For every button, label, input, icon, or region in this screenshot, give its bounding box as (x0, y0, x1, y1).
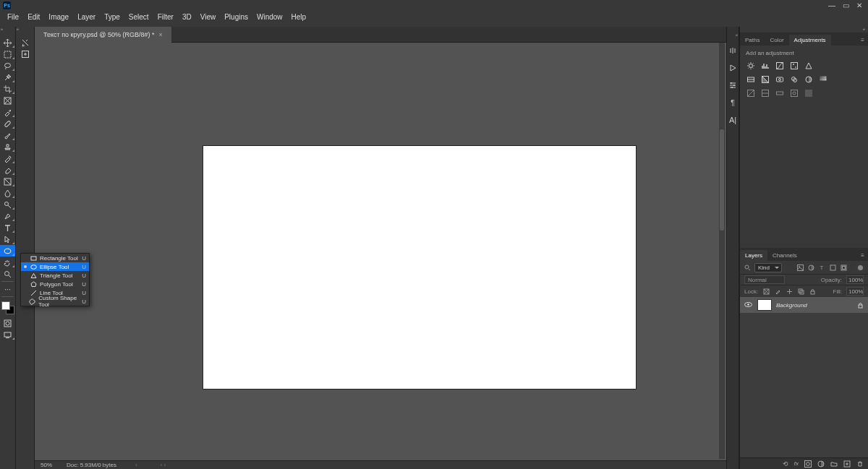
tab-adjustments[interactable]: Adjustments (789, 35, 831, 46)
flyout-ellipse[interactable]: Ellipse Tool U (21, 262, 89, 271)
lock-nest-icon[interactable] (797, 288, 804, 295)
doc-info[interactable]: Doc: 5.93M/0 bytes (67, 462, 116, 468)
collapse-icon-2[interactable]: » (16, 27, 20, 33)
solid-icon[interactable] (804, 88, 813, 98)
menu-3d[interactable]: 3D (178, 13, 196, 21)
brushes-panel-icon[interactable] (728, 46, 738, 56)
eyedropper-tool-icon[interactable] (0, 106, 15, 118)
flyout-custom[interactable]: Custom Shape Tool U (21, 297, 89, 306)
layer-thumbnail[interactable] (757, 299, 772, 311)
lock-all-icon[interactable] (809, 288, 816, 295)
panel-menu-icon[interactable]: ≡ (857, 35, 868, 46)
selective-icon[interactable] (789, 88, 799, 98)
fill-value[interactable]: 100% (846, 287, 864, 296)
filter-kind-select[interactable]: Kind (754, 263, 782, 272)
close-icon[interactable]: ✕ (856, 1, 862, 9)
document-tab[interactable]: Текст по кругу.psd @ 50% (RGB/8#) * × (35, 27, 171, 43)
collapse-icon[interactable]: » (0, 27, 4, 33)
quick-mask-icon[interactable] (0, 317, 15, 329)
heal-tool-icon[interactable] (0, 118, 15, 129)
crop-tool-icon[interactable] (0, 83, 15, 95)
threshold-icon[interactable] (760, 88, 770, 98)
frame-tool-icon[interactable] (0, 95, 15, 106)
dodge-tool-icon[interactable] (0, 199, 15, 210)
path-select-tool-icon[interactable] (0, 233, 15, 245)
maximize-icon[interactable]: ▭ (843, 1, 849, 9)
status-caret-icon[interactable]: › (135, 462, 137, 468)
document-canvas[interactable] (203, 145, 637, 390)
vibrance-icon[interactable] (804, 61, 813, 70)
group-icon[interactable] (830, 460, 838, 468)
filter-shape-icon[interactable] (829, 264, 836, 271)
history-brush-tool-icon[interactable] (0, 152, 15, 164)
filter-type-icon[interactable]: T (818, 264, 825, 271)
paragraph-panel-icon[interactable]: ¶ (728, 98, 738, 108)
lasso-tool-icon[interactable] (0, 60, 15, 72)
exposure-icon[interactable] (789, 61, 799, 70)
menu-plugins[interactable]: Plugins (220, 13, 252, 21)
menu-view[interactable]: View (196, 13, 221, 21)
invert-icon[interactable] (746, 88, 755, 98)
shape-tool-icon[interactable] (0, 245, 15, 257)
tab-channels[interactable]: Channels (767, 250, 802, 261)
pen-tool-icon[interactable] (0, 210, 15, 222)
color-lookup-icon[interactable] (804, 74, 813, 84)
mask-icon[interactable] (804, 460, 812, 468)
layer-name[interactable]: Background (776, 302, 807, 309)
opacity-value[interactable]: 100% (846, 275, 864, 284)
type-tool-icon[interactable] (0, 222, 15, 233)
photo-filter-icon[interactable] (775, 74, 784, 84)
eraser-tool-icon[interactable] (0, 164, 15, 176)
fg-bg-color-swatch[interactable] (1, 301, 14, 314)
lock-pixels-icon[interactable] (762, 288, 770, 295)
tab-color[interactable]: Color (765, 35, 788, 46)
lock-paint-icon[interactable] (774, 288, 781, 295)
more-tools-icon[interactable]: ··· (0, 283, 15, 295)
visibility-icon[interactable] (744, 301, 753, 309)
marquee-tool-icon[interactable] (0, 48, 15, 60)
gradient-map-icon[interactable] (775, 88, 784, 98)
vertical-scrollbar[interactable] (719, 43, 725, 459)
curves-icon[interactable] (775, 61, 784, 70)
wand-tool-icon[interactable] (0, 72, 15, 83)
filter-adjust-icon[interactable] (807, 264, 814, 271)
menu-select[interactable]: Select (124, 13, 153, 21)
filter-toggle[interactable] (854, 264, 864, 271)
move-tool-icon[interactable] (0, 37, 15, 48)
menu-window[interactable]: Window (252, 13, 287, 21)
levels-icon[interactable] (760, 61, 770, 70)
flyout-rectangle[interactable]: Rectangle Tool U (21, 254, 89, 262)
adj-layer-icon[interactable] (817, 460, 825, 468)
properties-panel-icon[interactable] (728, 80, 738, 90)
transform-tool-icon[interactable] (16, 48, 34, 60)
artboard-tool-icon[interactable] (16, 37, 34, 48)
brush-tool-icon[interactable] (0, 129, 15, 141)
menu-layer[interactable]: Layer (73, 13, 100, 21)
layers-menu-icon[interactable]: ≡ (857, 250, 868, 261)
menu-type[interactable]: Type (100, 13, 124, 21)
menu-image[interactable]: Image (44, 13, 73, 21)
character-panel-icon[interactable]: A| (728, 115, 738, 125)
status-chevrons-icon[interactable]: ‹ › (161, 462, 166, 468)
tab-layers[interactable]: Layers (740, 250, 767, 261)
layer-row[interactable]: Background (740, 297, 868, 313)
hue-icon[interactable] (746, 74, 755, 84)
posterize-icon[interactable] (818, 74, 827, 84)
tab-close-icon[interactable]: × (158, 31, 162, 38)
menu-filter[interactable]: Filter (153, 13, 178, 21)
menu-help[interactable]: Help (287, 13, 311, 21)
fx-icon[interactable]: fx (794, 460, 799, 467)
menu-edit[interactable]: Edit (23, 13, 44, 21)
gradient-tool-icon[interactable] (0, 176, 15, 187)
stamp-tool-icon[interactable] (0, 141, 15, 152)
minimize-icon[interactable]: — (828, 1, 835, 9)
lock-pos-icon[interactable] (786, 288, 793, 295)
actions-panel-icon[interactable] (728, 63, 738, 73)
hand-tool-icon[interactable] (0, 257, 15, 268)
blur-tool-icon[interactable] (0, 187, 15, 199)
zoom-tool-icon[interactable] (0, 268, 15, 280)
brightness-icon[interactable] (746, 61, 755, 70)
zoom-level[interactable]: 50% (41, 462, 52, 468)
collapse-left-icon[interactable]: « (735, 33, 739, 38)
screen-mode-icon[interactable] (0, 329, 15, 340)
